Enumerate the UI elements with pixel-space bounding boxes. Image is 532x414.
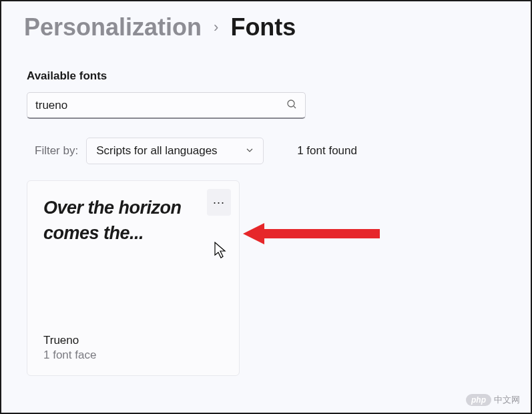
watermark-text: 中文网 (494, 394, 520, 406)
filter-select[interactable]: Scripts for all languages (86, 138, 264, 164)
breadcrumb-parent[interactable]: Personalization (24, 13, 202, 41)
search-icon (286, 99, 297, 112)
filter-label: Filter by: (35, 144, 78, 158)
svg-line-1 (294, 106, 296, 108)
watermark-badge: php (466, 394, 491, 406)
breadcrumb: Personalization › Fonts (1, 1, 531, 41)
filter-selected-value: Scripts for all languages (96, 144, 217, 158)
font-faces-count: 1 font face (43, 349, 223, 362)
search-input[interactable] (35, 99, 286, 112)
available-fonts-label: Available fonts (27, 69, 505, 83)
chevron-down-icon (246, 144, 254, 158)
breadcrumb-current: Fonts (230, 13, 296, 41)
chevron-right-icon: › (214, 19, 218, 36)
font-card[interactable]: ··· Over the horizon comes the... Trueno… (27, 180, 240, 376)
font-preview-text: Over the horizon comes the... (43, 196, 223, 334)
filter-row: Filter by: Scripts for all languages 1 f… (27, 138, 505, 164)
font-name: Trueno (43, 334, 223, 347)
svg-point-0 (288, 100, 294, 107)
search-box[interactable] (27, 92, 306, 119)
results-count: 1 font found (297, 144, 357, 158)
watermark: php 中文网 (466, 394, 520, 406)
more-options-button[interactable]: ··· (207, 189, 231, 216)
